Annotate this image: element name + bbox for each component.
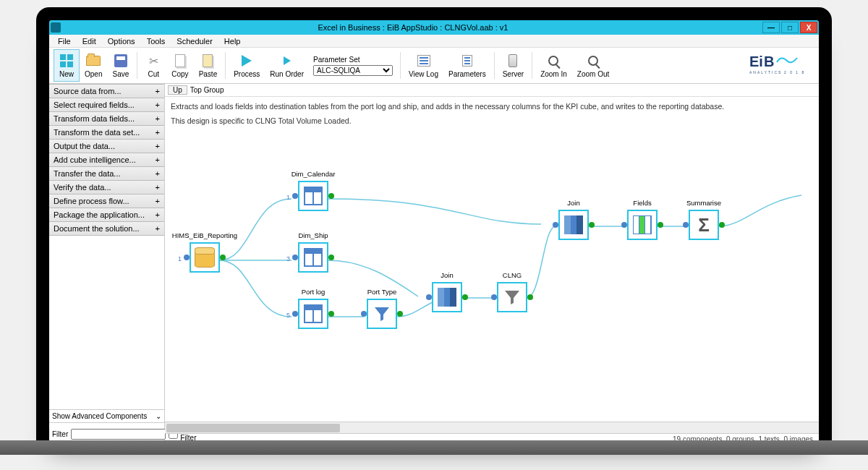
menu-file[interactable]: File (52, 35, 77, 47)
menu-bar: File Edit Options Tools Scheduler Help (49, 35, 819, 48)
viewlog-button[interactable]: View Log (404, 49, 443, 82)
node-fields[interactable]: Fields (624, 199, 660, 240)
server-button[interactable]: Server (498, 49, 529, 82)
crumb-top[interactable]: Top Group (190, 86, 224, 94)
zoomout-icon (585, 53, 601, 69)
zoomin-label: Zoom In (540, 70, 567, 78)
menu-edit[interactable]: Edit (77, 35, 102, 47)
node-portlog[interactable]: Port log 5 (295, 288, 331, 329)
paramset-select[interactable]: ALC-SQLIQA (313, 65, 393, 76)
parameters-button[interactable]: Parameters (443, 49, 491, 82)
open-button[interactable]: Open (80, 49, 107, 82)
node-summarise[interactable]: Summarise Σ (686, 199, 722, 240)
node-ship-label: Dim_Ship (298, 231, 328, 239)
app-window: Excel in Business : EiB AppStudio : CLNG… (49, 20, 819, 445)
node-portlog-label: Port log (302, 288, 326, 296)
database-icon (195, 247, 215, 268)
node-source-label: HIMS_EiB_Reporting (172, 231, 237, 239)
node-fields-label: Fields (633, 199, 651, 207)
node-clng-label: CLNG (503, 271, 522, 279)
save-label: Save (112, 70, 129, 78)
paramset-label: Parameter Set (313, 56, 393, 64)
join-icon (564, 215, 583, 234)
runorder-button[interactable]: Run Order (265, 49, 309, 82)
playlist-icon (279, 53, 295, 69)
minimize-button[interactable]: — (762, 22, 780, 33)
node-porttype[interactable]: Port Type (364, 288, 400, 329)
cut-label: Cut (148, 70, 159, 78)
join-icon (438, 288, 456, 307)
new-button[interactable]: New (54, 49, 80, 82)
process-button[interactable]: Process (229, 49, 265, 82)
canvas-area: Up Top Group Extracts and loads fields i… (165, 84, 819, 445)
toolbar: New Open Save ✂ Cut Copy Paste Process (49, 48, 819, 84)
scissors-icon: ✂ (145, 53, 161, 69)
node-calendar[interactable]: Dim_Calendar 1 (295, 170, 331, 211)
breadcrumb: Up Top Group (165, 84, 819, 97)
menu-options[interactable]: Options (102, 35, 141, 47)
chevron-down-icon: ⌄ (156, 412, 161, 420)
log-icon (416, 53, 432, 69)
zoomin-button[interactable]: Zoom In (535, 49, 572, 82)
copy-icon (172, 53, 188, 69)
save-icon (113, 53, 129, 69)
parameters-label: Parameters (448, 70, 486, 78)
zoomin-icon (545, 53, 561, 69)
node-join1-label: Join (441, 271, 453, 279)
sidebar-item-fields[interactable]: Transform data fields...+ (49, 112, 164, 126)
svg-text:ANALYTICS: ANALYTICS (749, 70, 782, 74)
sidebar-item-select[interactable]: Select required fields...+ (49, 98, 164, 112)
sidebar-item-source[interactable]: Source data from...+ (49, 84, 164, 98)
cut-button[interactable]: ✂ Cut (140, 49, 166, 82)
show-advanced[interactable]: Show Advanced Components⌄ (49, 409, 164, 422)
sidebar-item-verify[interactable]: Verify the data...+ (49, 181, 164, 195)
filter-input[interactable] (71, 429, 166, 440)
zoomout-button[interactable]: Zoom Out (572, 49, 614, 82)
sidebar-item-document[interactable]: Document the solution...+ (49, 222, 164, 236)
fields-icon (633, 215, 652, 234)
menu-help[interactable]: Help (218, 35, 247, 47)
sidebar-item-package[interactable]: Package the application...+ (49, 208, 164, 222)
save-button[interactable]: Save (107, 49, 134, 82)
laptop-frame: Excel in Business : EiB AppStudio : CLNG… (36, 7, 832, 445)
new-label: New (59, 70, 74, 78)
server-icon (505, 53, 521, 69)
filter-label: Filter (52, 430, 68, 438)
node-clng[interactable]: CLNG (494, 271, 530, 312)
sidebar-item-dataset[interactable]: Transform the data set...+ (49, 126, 164, 140)
flow-canvas[interactable]: HIMS_EiB_Reporting 1 Dim_Calendar 1 Dim_… (165, 130, 819, 422)
sidebar-item-output[interactable]: Output the data...+ (49, 140, 164, 153)
sidebar-item-transfer[interactable]: Transfer the data...+ (49, 167, 164, 181)
close-button[interactable]: X (800, 22, 817, 33)
node-ship[interactable]: Dim_Ship 3 (295, 231, 331, 273)
node-join2-label: Join (567, 199, 579, 207)
node-join2[interactable]: Join (556, 199, 592, 240)
play-icon (239, 53, 255, 69)
table-icon (304, 304, 323, 323)
node-source[interactable]: HIMS_EiB_Reporting 1 (187, 231, 223, 273)
svg-text:B: B (764, 54, 774, 69)
svg-text:2 0 1 8: 2 0 1 8 (784, 70, 805, 74)
maximize-button[interactable]: □ (781, 22, 799, 33)
menu-scheduler[interactable]: Scheduler (171, 35, 218, 47)
copy-button[interactable]: Copy (166, 49, 193, 82)
sidebar-item-cube[interactable]: Add cube intelligence...+ (49, 153, 164, 167)
node-join1[interactable]: Join (429, 271, 465, 312)
paste-button[interactable]: Paste (194, 49, 223, 82)
connection-wires (165, 130, 819, 422)
paste-icon (200, 53, 216, 69)
node-summarise-label: Summarise (686, 199, 721, 207)
menu-tools[interactable]: Tools (141, 35, 171, 47)
up-button[interactable]: Up (168, 85, 187, 95)
component-sidebar: Source data from...+ Select required fie… (49, 84, 165, 445)
open-icon (85, 53, 101, 69)
table-icon (304, 248, 323, 267)
component-list: Source data from...+ Select required fie… (49, 84, 164, 409)
sidebar-item-flow[interactable]: Define process flow...+ (49, 195, 164, 208)
copy-label: Copy (171, 70, 188, 78)
laptop-base (0, 440, 868, 455)
server-label: Server (503, 70, 524, 78)
new-icon (59, 53, 75, 69)
viewlog-label: View Log (409, 70, 438, 78)
horizontal-scrollbar[interactable] (165, 422, 819, 433)
